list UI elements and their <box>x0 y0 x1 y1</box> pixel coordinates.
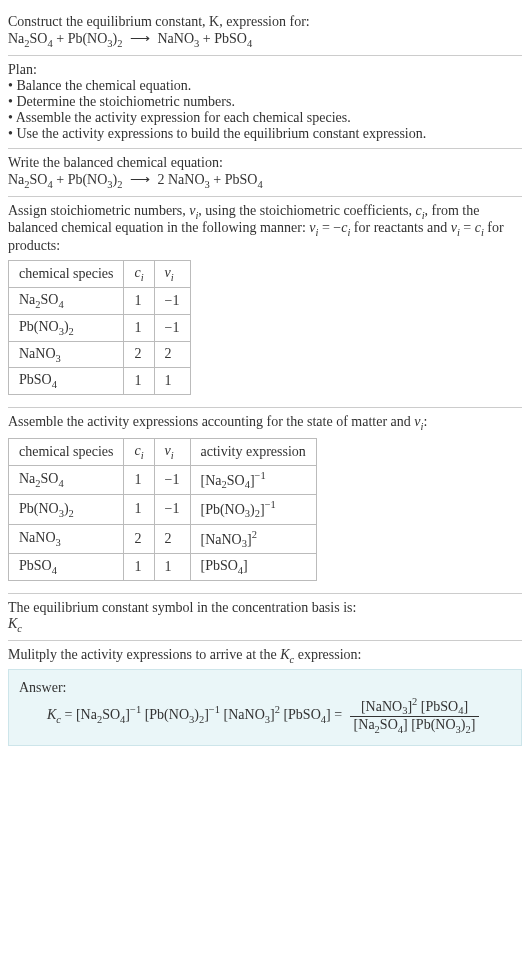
stoich-table: chemical species ci νi Na2SO41−1 Pb(NO3)… <box>8 260 191 395</box>
col-ci: ci <box>124 438 154 465</box>
multiply-section: Mulitply the activity expressions to arr… <box>8 640 522 752</box>
fraction: [NaNO3]2 [PbSO4][Na2SO4] [Pb(NO3)2] <box>350 696 480 735</box>
numerator: [NaNO3]2 [PbSO4] <box>350 696 480 717</box>
multiply-intro: Mulitply the activity expressions to arr… <box>8 647 522 665</box>
col-expr: activity expression <box>190 438 316 465</box>
table-row: NaNO322 <box>9 341 191 368</box>
plan-item: Determine the stoichiometric numbers. <box>8 94 522 110</box>
kc-section: The equilibrium constant symbol in the c… <box>8 593 522 640</box>
kc-intro: The equilibrium constant symbol in the c… <box>8 600 522 616</box>
activity-intro: Assemble the activity expressions accoun… <box>8 414 522 432</box>
denominator: [Na2SO4] [Pb(NO3)2] <box>350 717 480 735</box>
table-row: Na2SO41−1[Na2SO4]−1 <box>9 465 317 494</box>
table-row: Pb(NO3)21−1[Pb(NO3)2]−1 <box>9 495 317 524</box>
col-vi: νi <box>154 438 190 465</box>
table-row: NaNO322[NaNO3]2 <box>9 524 317 553</box>
plan-list: Balance the chemical equation. Determine… <box>8 78 522 142</box>
kc-symbol: Kc <box>8 616 522 634</box>
table-header-row: chemical species ci νi activity expressi… <box>9 438 317 465</box>
stoich-intro: Assign stoichiometric numbers, νi, using… <box>8 203 522 255</box>
answer-label: Answer: <box>19 680 511 696</box>
table-row: Na2SO41−1 <box>9 287 191 314</box>
balanced-intro: Write the balanced chemical equation: <box>8 155 522 171</box>
arrow-icon: ⟶ <box>130 31 150 46</box>
col-ci: ci <box>124 261 154 288</box>
plan-item: Assemble the activity expression for eac… <box>8 110 522 126</box>
table-row: Pb(NO3)21−1 <box>9 314 191 341</box>
answer-box: Answer: Kc = [Na2SO4]−1 [Pb(NO3)2]−1 [Na… <box>8 669 522 746</box>
col-species: chemical species <box>9 438 124 465</box>
plan-item: Use the activity expressions to build th… <box>8 126 522 142</box>
plan-item: Balance the chemical equation. <box>8 78 522 94</box>
arrow-icon: ⟶ <box>130 172 150 187</box>
table-row: PbSO411 <box>9 368 191 395</box>
col-species: chemical species <box>9 261 124 288</box>
table-header-row: chemical species ci νi <box>9 261 191 288</box>
stoich-section: Assign stoichiometric numbers, νi, using… <box>8 196 522 408</box>
activity-section: Assemble the activity expressions accoun… <box>8 407 522 593</box>
balanced-equation: Na2SO4 + Pb(NO3)2 ⟶ 2 NaNO3 + PbSO4 <box>8 171 522 190</box>
balanced-section: Write the balanced chemical equation: Na… <box>8 148 522 196</box>
prompt-section: Construct the equilibrium constant, K, e… <box>8 8 522 55</box>
activity-table: chemical species ci νi activity expressi… <box>8 438 317 581</box>
table-row: PbSO411[PbSO4] <box>9 554 317 581</box>
answer-equation: Kc = [Na2SO4]−1 [Pb(NO3)2]−1 [NaNO3]2 [P… <box>19 696 511 735</box>
col-vi: νi <box>154 261 190 288</box>
prompt-text: Construct the equilibrium constant, K, e… <box>8 14 522 30</box>
plan-title: Plan: <box>8 62 522 78</box>
plan-section: Plan: Balance the chemical equation. Det… <box>8 55 522 148</box>
unbalanced-equation: Na2SO4 + Pb(NO3)2 ⟶ NaNO3 + PbSO4 <box>8 30 522 49</box>
